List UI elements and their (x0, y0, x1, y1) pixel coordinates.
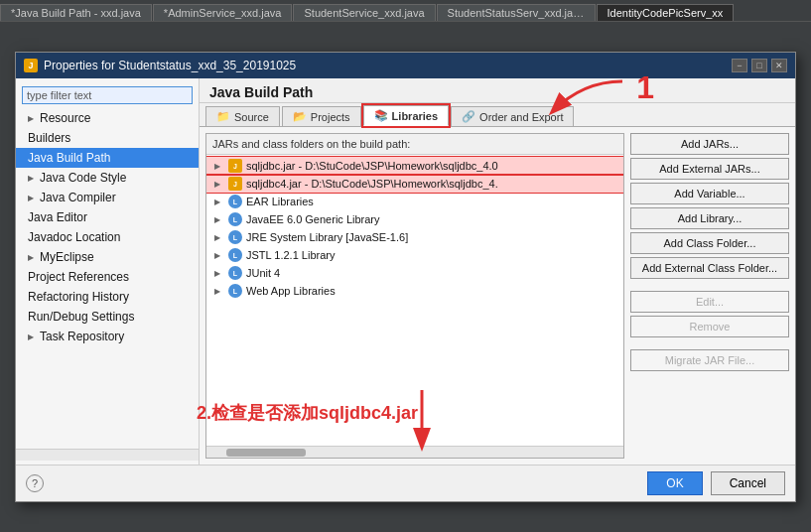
tree-item-javaee-label: JavaEE 6.0 Generic Library (246, 213, 380, 225)
sidebar-item-java-compiler[interactable]: Java Compiler (16, 188, 199, 207)
tree-arrow-jre: ▶ (214, 233, 224, 242)
lib-icon-javaee: L (228, 212, 242, 226)
sidebar-item-java-code-style[interactable]: Java Code Style (16, 168, 199, 188)
sidebar-item-java-compiler-label: Java Compiler (40, 191, 116, 204)
lib-icon-ear: L (228, 195, 242, 208)
tree-item-sqljdbc-label: sqljdbc.jar - D:\StuCode\JSP\Homework\sq… (246, 160, 498, 172)
titlebar-buttons: − □ ✕ (732, 59, 787, 72)
libraries-icon: 📚 (374, 109, 388, 122)
sidebar-item-java-editor[interactable]: Java Editor (16, 207, 199, 227)
tree-area: JARs and class folders on the build path… (205, 133, 624, 459)
sidebar-item-java-editor-label: Java Editor (28, 210, 87, 224)
button-spacer-1 (630, 282, 789, 288)
cancel-button[interactable]: Cancel (711, 471, 785, 495)
sidebar-item-refactoring-history-label: Refactoring History (28, 290, 129, 304)
tree-label: JARs and class folders on the build path… (206, 134, 623, 155)
sidebar-item-java-build-path-label: Java Build Path (28, 151, 110, 165)
sidebar-item-resource[interactable]: Resource (16, 108, 199, 128)
tree-arrow-ear: ▶ (214, 198, 224, 206)
sidebar-item-myeclipse-label: MyEclipse (40, 250, 94, 264)
tree-arrow-sqljdbc4: ▶ (214, 180, 224, 189)
add-external-class-folder-button[interactable]: Add External Class Folder... (630, 257, 789, 279)
sidebar-item-run-debug-settings[interactable]: Run/Debug Settings (16, 307, 199, 327)
tree-item-sqljdbc4[interactable]: ▶ J sqljdbc4.jar - D:\StuCode\JSP\Homewo… (206, 175, 623, 193)
sidebar-scrollbar[interactable] (16, 449, 199, 461)
sidebar-item-javadoc-location-label: Javadoc Location (28, 230, 120, 244)
jar-icon-sqljdbc: J (228, 159, 242, 173)
tree-item-webapp-label: Web App Libraries (246, 285, 336, 297)
tree-item-webapp[interactable]: ▶ L Web App Libraries (206, 282, 623, 300)
migrate-jar-button[interactable]: Migrate JAR File... (630, 349, 789, 371)
edit-button[interactable]: Edit... (630, 291, 789, 313)
add-jars-button[interactable]: Add JARs... (630, 133, 789, 155)
tree-item-javaee[interactable]: ▶ L JavaEE 6.0 Generic Library (206, 210, 623, 228)
main-split: JARs and class folders on the build path… (200, 127, 795, 465)
help-button[interactable]: ? (26, 474, 44, 492)
tab-1[interactable]: *AdminService_xxd.java (153, 4, 293, 21)
tree-arrow-sqljdbc: ▶ (214, 162, 224, 171)
filter-input[interactable] (22, 86, 193, 104)
tree-item-sqljdbc4-label: sqljdbc4.jar - D:\StuCode\JSP\Homework\s… (246, 178, 498, 190)
sidebar-item-project-references[interactable]: Project References (16, 267, 199, 287)
dialog-backdrop: J Properties for Studentstatus_xxd_35_20… (0, 22, 811, 532)
add-external-jars-button[interactable]: Add External JARs... (630, 158, 789, 180)
tree-horizontal-scrollbar[interactable] (206, 446, 623, 458)
tab-projects[interactable]: 📂 Projects (282, 106, 361, 126)
tab-2[interactable]: StudentService_xxd.java (293, 4, 435, 21)
lib-icon-webapp: L (228, 284, 242, 298)
sidebar-item-myeclipse[interactable]: MyEclipse (16, 247, 199, 267)
sidebar-item-builders[interactable]: Builders (16, 128, 199, 148)
tab-projects-label: Projects (311, 111, 350, 123)
tree-item-sqljdbc[interactable]: ▶ J sqljdbc.jar - D:\StuCode\JSP\Homewor… (206, 157, 623, 175)
tree-item-ear[interactable]: ▶ L EAR Libraries (206, 193, 623, 210)
tab-libraries[interactable]: 📚 Libraries (363, 105, 449, 126)
remove-button[interactable]: Remove (630, 316, 789, 337)
tab-3[interactable]: StudentStatusServ_xxd.java (437, 4, 596, 21)
sidebar-item-task-repository-label: Task Repository (40, 330, 124, 343)
tree-arrow-javaee: ▶ (214, 215, 224, 224)
sidebar-item-resource-label: Resource (40, 111, 90, 125)
content-tabs: 📁 Source 📂 Projects 📚 Libraries 🔗 Order … (200, 103, 795, 127)
sidebar-item-run-debug-settings-label: Run/Debug Settings (28, 310, 134, 324)
minimize-button[interactable]: − (732, 59, 747, 72)
ok-button[interactable]: OK (647, 471, 702, 495)
tree-item-junit[interactable]: ▶ L JUnit 4 (206, 264, 623, 282)
sidebar-item-refactoring-history[interactable]: Refactoring History (16, 287, 199, 307)
tree-item-jstl-label: JSTL 1.2.1 Library (246, 249, 335, 261)
tree-content: ▶ J sqljdbc.jar - D:\StuCode\JSP\Homewor… (206, 155, 623, 446)
tab-bar: *Java Build Path - xxd.java *AdminServic… (0, 0, 811, 22)
jar-icon-sqljdbc4: J (228, 177, 242, 191)
tab-source[interactable]: 📁 Source (205, 106, 280, 126)
dialog-title: Properties for Studentstatus_xxd_35_2019… (44, 59, 296, 72)
button-panel: Add JARs... Add External JARs... Add Var… (630, 133, 789, 459)
tab-order-export[interactable]: 🔗 Order and Export (451, 106, 574, 126)
maximize-button[interactable]: □ (751, 59, 767, 72)
tab-0[interactable]: *Java Build Path - xxd.java (0, 4, 152, 21)
dialog-footer: ? OK Cancel (16, 465, 795, 501)
sidebar: Resource Builders Java Build Path Java C… (16, 78, 200, 465)
tab-libraries-label: Libraries (392, 110, 438, 122)
lib-icon-junit: L (228, 266, 242, 280)
add-class-folder-button[interactable]: Add Class Folder... (630, 232, 789, 254)
titlebar-left: J Properties for Studentstatus_xxd_35_20… (24, 59, 296, 72)
add-variable-button[interactable]: Add Variable... (630, 183, 789, 204)
tab-4[interactable]: IdentityCodePicServ_xx (597, 4, 735, 21)
order-export-icon: 🔗 (462, 110, 475, 123)
tab-source-label: Source (234, 111, 269, 123)
tree-arrow-webapp: ▶ (214, 287, 224, 296)
sidebar-item-task-repository[interactable]: Task Repository (16, 327, 199, 346)
sidebar-item-builders-label: Builders (28, 131, 70, 145)
lib-icon-jstl: L (228, 248, 242, 262)
tree-item-ear-label: EAR Libraries (246, 196, 314, 207)
tree-item-jre[interactable]: ▶ L JRE System Library [JavaSE-1.6] (206, 228, 623, 246)
dialog-window: J Properties for Studentstatus_xxd_35_20… (15, 52, 796, 502)
lib-icon-jre: L (228, 230, 242, 244)
tree-item-jstl[interactable]: ▶ L JSTL 1.2.1 Library (206, 246, 623, 264)
dialog-icon: J (24, 59, 38, 72)
add-library-button[interactable]: Add Library... (630, 207, 789, 229)
tree-arrow-jstl: ▶ (214, 251, 224, 260)
sidebar-item-javadoc-location[interactable]: Javadoc Location (16, 227, 199, 247)
sidebar-item-project-references-label: Project References (28, 270, 129, 284)
close-button[interactable]: ✕ (771, 59, 787, 72)
sidebar-item-java-build-path[interactable]: Java Build Path (16, 148, 199, 168)
